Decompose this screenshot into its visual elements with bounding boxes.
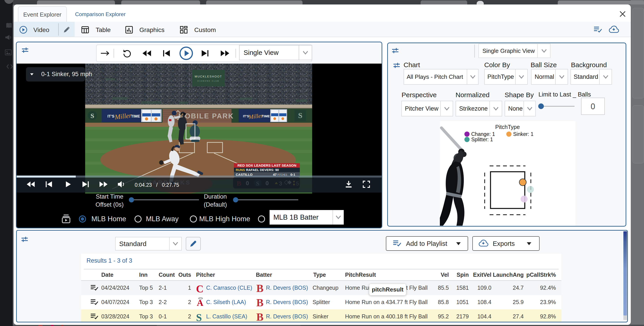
svg-text:DIAMOND CLUB: DIAMOND CLUB	[198, 80, 219, 82]
svg-text:IT’S: IT’S	[107, 114, 114, 118]
svg-text:RAFAEL DEVERS: 90: RAFAEL DEVERS: 90	[246, 168, 279, 172]
svg-text:RED SOX LEADERS LAST SEASON: RED SOX LEADERS LAST SEASON	[238, 163, 296, 167]
svg-text:Sinker: 1: Sinker: 1	[513, 131, 534, 137]
svg-text:S: S	[298, 111, 302, 120]
svg-text:TIME: TIME	[131, 114, 140, 118]
svg-text:S: S	[90, 112, 94, 119]
svg-text:Splitter: 1: Splitter: 1	[471, 137, 493, 142]
svg-text:A: A	[197, 298, 204, 307]
svg-text:PitchType: PitchType	[495, 124, 520, 130]
svg-text:MUCKLESHOOT: MUCKLESHOOT	[195, 75, 222, 78]
svg-text:RUNS: RUNS	[236, 168, 245, 172]
svg-text:TIME: TIME	[262, 114, 270, 118]
svg-text:Change: 1: Change: 1	[471, 131, 495, 137]
svg-text:MOBILE PARK: MOBILE PARK	[178, 112, 234, 120]
